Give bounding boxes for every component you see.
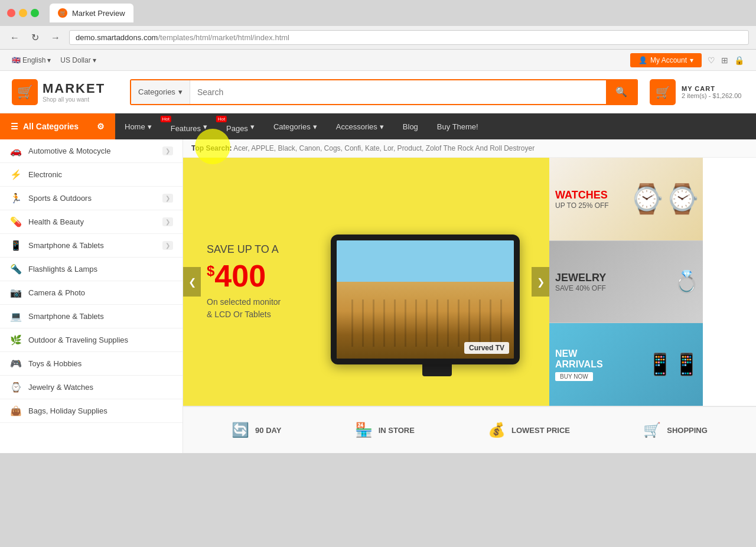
browser-chrome: 🛒 Market Preview ← ↻ → demo.smartaddons.… bbox=[0, 0, 756, 50]
store-icon: 🏪 bbox=[355, 422, 373, 438]
sidebar-label: Outdoor & Traveling Supplies bbox=[28, 336, 173, 344]
browser-toolbar: ← ↻ → demo.smartaddons.com/templates/htm… bbox=[0, 26, 756, 50]
chevron-down-icon: ▾ bbox=[203, 122, 207, 131]
nav-item-home[interactable]: Home ▾ bbox=[115, 113, 161, 139]
nav-item-buytheme[interactable]: Buy Theme! bbox=[428, 113, 488, 139]
hot-badge: Hot bbox=[160, 116, 171, 122]
sidebar-label: Electronic bbox=[28, 170, 173, 179]
back-button[interactable]: ← bbox=[7, 31, 22, 44]
hero-slider: ❮ SAVE UP TO A $400 On selected monitor&… bbox=[183, 158, 549, 406]
sidebar-label: Health & Beauty bbox=[28, 217, 157, 226]
banner-new-arrivals[interactable]: NEWARRIVALS BUY NOW 📱📱 bbox=[549, 323, 703, 406]
url-base: demo.smartaddons.com bbox=[76, 33, 158, 42]
minimize-button[interactable] bbox=[19, 9, 27, 17]
sidebar-label: Smartphone & Tablets bbox=[28, 241, 157, 250]
hot-badge: Hot bbox=[216, 116, 227, 122]
search-terms: Acer, APPLE, Black, Canon, Cogs, Confi, … bbox=[233, 144, 535, 152]
content-row: ❮ SAVE UP TO A $400 On selected monitor&… bbox=[183, 158, 756, 406]
nav-item-pages[interactable]: Hot Pages ▾ bbox=[217, 113, 264, 139]
cart-label: MY CART bbox=[682, 85, 742, 92]
search-button[interactable]: 🔍 bbox=[606, 80, 637, 104]
sidebar-item-flashlights[interactable]: 🔦 Flashlights & Lamps bbox=[0, 258, 183, 281]
sidebar-item-electronic[interactable]: ⚡ Electronic bbox=[0, 163, 183, 187]
sidebar-item-automotive[interactable]: 🚗 Automotive & Motocycle ❯ bbox=[0, 139, 183, 163]
sidebar-item-bags[interactable]: 👜 Bags, Holiday Supplies bbox=[0, 399, 183, 423]
chevron-down-icon: ▾ bbox=[250, 122, 255, 131]
chevron-down-icon: ▾ bbox=[313, 122, 317, 131]
jewelry-subtitle: SAVE 40% OFF bbox=[555, 284, 606, 292]
colosseum-bg bbox=[337, 240, 514, 359]
logo-tagline: Shop all you want bbox=[43, 96, 105, 103]
logo[interactable]: 🛒 MARKET Shop all you want bbox=[12, 79, 118, 105]
maximize-button[interactable] bbox=[31, 9, 39, 17]
laptop-icon: 💻 bbox=[9, 311, 22, 322]
sidebar-item-camera[interactable]: 📷 Camera & Photo bbox=[0, 281, 183, 305]
side-banners: WATCHES UP TO 25% OFF ⌚⌚ JEWELRY SAVE 40… bbox=[549, 158, 703, 406]
sidebar-label: Toys & Hobbies bbox=[28, 359, 173, 368]
top-bar-right: 👤 My Account ▾ ♡ ⊞ 🔒 bbox=[630, 53, 744, 67]
sidebar-item-smartphone2[interactable]: 💻 Smartphone & Tablets bbox=[0, 305, 183, 328]
all-categories[interactable]: ☰ All Categories ⚙ bbox=[0, 113, 115, 139]
bags-icon: 👜 bbox=[9, 405, 22, 416]
categories-label: Categories bbox=[138, 87, 175, 96]
nav-item-accessories[interactable]: Accessories ▾ bbox=[327, 113, 393, 139]
chevron-down-icon: ▾ bbox=[47, 56, 51, 64]
sidebar-label: Automotive & Motocycle bbox=[28, 146, 157, 155]
sidebar: 🚗 Automotive & Motocycle ❯ ⚡ Electronic … bbox=[0, 139, 183, 453]
my-account-button[interactable]: 👤 My Account ▾ bbox=[630, 53, 702, 67]
watches-image: ⌚⌚ bbox=[629, 183, 700, 216]
health-icon: 💊 bbox=[9, 216, 22, 227]
sidebar-item-toys[interactable]: 🎮 Toys & Hobbies bbox=[0, 352, 183, 376]
banner-jewelry[interactable]: JEWELRY SAVE 40% OFF 💍 bbox=[549, 240, 703, 323]
chevron-down-icon: ▾ bbox=[148, 122, 152, 131]
nav-item-categories[interactable]: Categories ▾ bbox=[264, 113, 327, 139]
nav-item-features[interactable]: Hot Features ▾ bbox=[161, 113, 217, 139]
toys-icon: 🎮 bbox=[9, 358, 22, 369]
new-arrivals-text: NEWARRIVALS BUY NOW bbox=[555, 349, 603, 381]
watches-title: WATCHES bbox=[555, 189, 609, 201]
tv-screen: Curved TV bbox=[331, 235, 520, 364]
nav-item-blog[interactable]: Blog bbox=[393, 113, 428, 139]
reload-button[interactable]: ↻ bbox=[28, 31, 42, 44]
lock-icon[interactable]: 🔒 bbox=[734, 56, 744, 65]
categories-dropdown[interactable]: Categories ▾ bbox=[131, 80, 190, 104]
currency-selector[interactable]: US Dollar ▾ bbox=[60, 56, 96, 64]
price-value: 400 bbox=[214, 259, 266, 293]
cart-area[interactable]: 🛒 MY CART 2 item(s) - $1,262.00 bbox=[650, 79, 744, 105]
search-area: Categories ▾ 🔍 bbox=[130, 79, 638, 105]
sidebar-item-outdoor[interactable]: 🌿 Outdoor & Traveling Supplies bbox=[0, 328, 183, 352]
tv-image: Curved TV bbox=[331, 235, 543, 400]
sidebar-item-sports[interactable]: 🏃 Sports & Outdoors ❯ bbox=[0, 187, 183, 210]
banner-watches[interactable]: WATCHES UP TO 25% OFF ⌚⌚ bbox=[549, 158, 703, 240]
forward-button[interactable]: → bbox=[48, 31, 63, 44]
language-selector[interactable]: 🇬🇧 English ▾ bbox=[12, 56, 51, 64]
sidebar-item-health[interactable]: 💊 Health & Beauty ❯ bbox=[0, 210, 183, 234]
chevron-right-icon: ❯ bbox=[162, 194, 173, 203]
strip-item-lowest: 💰 LOWEST PRICE bbox=[488, 422, 570, 438]
wishlist-icon[interactable]: ♡ bbox=[708, 56, 715, 65]
top-bar-left: 🇬🇧 English ▾ US Dollar ▾ bbox=[12, 56, 96, 64]
outdoor-icon: 🌿 bbox=[9, 334, 22, 346]
jewelry-text: JEWELRY SAVE 40% OFF bbox=[555, 272, 606, 292]
search-input[interactable] bbox=[190, 83, 606, 102]
sidebar-item-jewelry[interactable]: ⌚ Jewelry & Watches bbox=[0, 376, 183, 399]
buy-now-button[interactable]: BUY NOW bbox=[555, 372, 593, 381]
close-button[interactable] bbox=[7, 9, 15, 17]
price-prefix: $ bbox=[207, 262, 214, 278]
jewelry-title: JEWELRY bbox=[555, 272, 606, 284]
nav-label: Buy Theme! bbox=[437, 122, 478, 131]
browser-titlebar: 🛒 Market Preview bbox=[0, 0, 756, 26]
slider-prev-button[interactable]: ❮ bbox=[183, 267, 201, 297]
browser-tab[interactable]: 🛒 Market Preview bbox=[50, 4, 133, 22]
slider-next-button[interactable]: ❯ bbox=[532, 267, 549, 297]
nav-label: Blog bbox=[403, 122, 418, 131]
chevron-right-icon: ❯ bbox=[162, 146, 173, 155]
compare-icon[interactable]: ⊞ bbox=[721, 56, 728, 65]
sports-icon: 🏃 bbox=[9, 193, 22, 204]
chevron-down-icon: ▾ bbox=[690, 56, 693, 64]
sidebar-item-smartphone[interactable]: 📱 Smartphone & Tablets ❯ bbox=[0, 234, 183, 258]
user-icon: 👤 bbox=[638, 56, 647, 64]
site-header: 🛒 MARKET Shop all you want Categories ▾ … bbox=[0, 71, 756, 113]
my-account-label: My Account bbox=[650, 56, 687, 64]
top-search-label: Top Search: bbox=[191, 144, 232, 152]
